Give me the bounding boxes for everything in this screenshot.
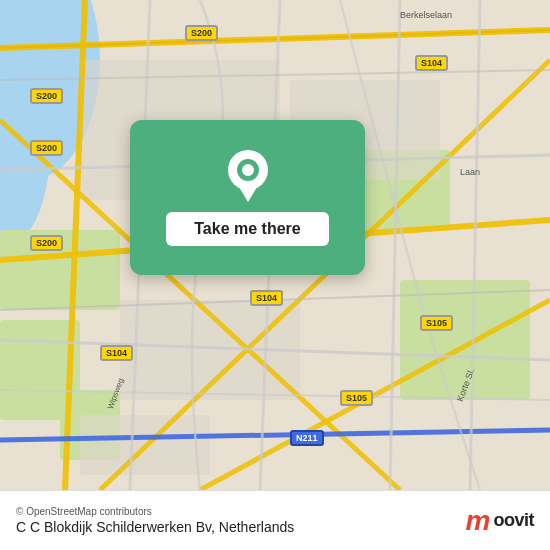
road-badge-n211: N211: [290, 430, 324, 446]
road-badge-s104-2: S104: [250, 290, 283, 306]
moovit-logo: m oovit: [466, 505, 534, 537]
place-name-text: C C Blokdijk Schilderwerken Bv, Netherla…: [16, 519, 294, 535]
svg-point-35: [242, 164, 254, 176]
road-badge-s200-1: S200: [185, 25, 218, 41]
road-badge-s200-3: S200: [30, 140, 63, 156]
bottom-left-info: © OpenStreetMap contributors C C Blokdij…: [16, 506, 294, 535]
road-badge-s104-3: S104: [100, 345, 133, 361]
svg-text:Berkelselaan: Berkelselaan: [400, 10, 452, 20]
attribution-text: © OpenStreetMap contributors: [16, 506, 294, 517]
app: Berkelselaan Laan Korte Sl. Wipsweg S200…: [0, 0, 550, 550]
moovit-rest-text: oovit: [494, 510, 535, 531]
moovit-m-letter: m: [466, 505, 490, 537]
road-badge-s200-4: S200: [30, 235, 63, 251]
location-card: Take me there: [130, 120, 365, 275]
bottom-bar: © OpenStreetMap contributors C C Blokdij…: [0, 490, 550, 550]
road-badge-s200-2: S200: [30, 88, 63, 104]
road-badge-s105-2: S105: [340, 390, 373, 406]
map-container: Berkelselaan Laan Korte Sl. Wipsweg S200…: [0, 0, 550, 490]
road-badge-s105-1: S105: [420, 315, 453, 331]
map-pin-icon: [226, 150, 270, 202]
take-me-there-button[interactable]: Take me there: [166, 212, 328, 246]
svg-marker-36: [236, 182, 260, 202]
svg-text:Laan: Laan: [460, 167, 480, 177]
road-badge-s104-1: S104: [415, 55, 448, 71]
